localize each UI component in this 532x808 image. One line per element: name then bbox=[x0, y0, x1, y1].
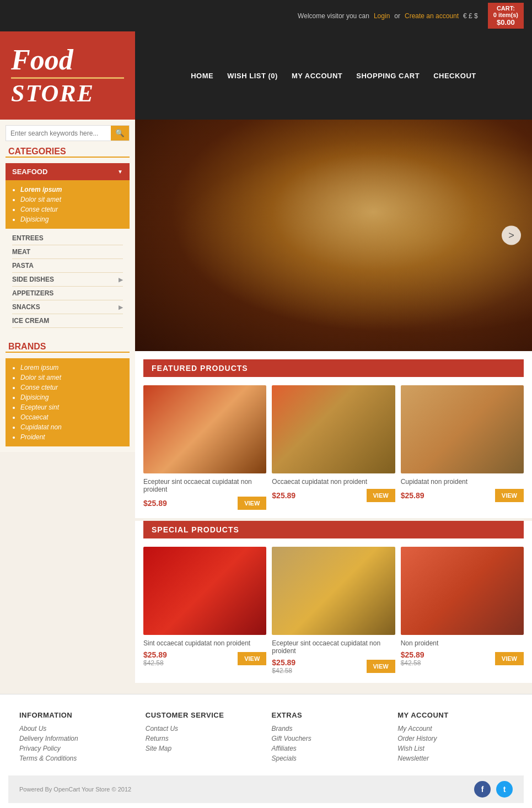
special-product-3-name: Non proident bbox=[401, 639, 524, 647]
brand-occaecat[interactable]: Occaecat bbox=[20, 412, 123, 422]
footer-customer-title: CUSTOMER SERVICE bbox=[146, 711, 261, 719]
twitter-button[interactable]: t bbox=[496, 781, 513, 798]
footer-copyright: Powered By OpenCart Your Store © 2012 bbox=[19, 786, 469, 793]
nav-wishlist[interactable]: WISH LIST (0) bbox=[227, 72, 278, 80]
login-link[interactable]: Login bbox=[374, 12, 390, 20]
brand-dolor[interactable]: Dolor sit amet bbox=[20, 373, 123, 383]
featured-product-1-name: Ecepteur sint occaecat cupidatat non pro… bbox=[143, 478, 266, 493]
cat-pasta-label: PASTA bbox=[12, 262, 34, 270]
brands-list: Lorem ipsum Dolor sit amet Conse ctetur … bbox=[6, 358, 130, 446]
logo-store: STORE bbox=[11, 77, 124, 106]
footer-gift-link[interactable]: Gift Vouchers bbox=[272, 735, 387, 742]
footer-account-title: MY ACCOUNT bbox=[397, 711, 513, 719]
cat-meat[interactable]: MEAT bbox=[12, 245, 123, 259]
brand-cupidatat[interactable]: Cupidatat non bbox=[20, 422, 123, 432]
featured-product-2-price: $25.89 bbox=[272, 491, 295, 500]
sub-item-conse[interactable]: Conse ctetur bbox=[20, 204, 123, 214]
sub-item-dipis[interactable]: Dipisicing bbox=[20, 214, 123, 224]
featured-product-1-view-button[interactable]: VIEW bbox=[238, 497, 266, 510]
footer-contact-link[interactable]: Contact Us bbox=[146, 725, 261, 732]
featured-product-3-name: Cupidatat non proident bbox=[401, 478, 524, 486]
cat-side-dishes-label: SIDE DISHES bbox=[12, 276, 54, 283]
featured-product-2-image bbox=[272, 385, 395, 473]
footer-customer-service: CUSTOMER SERVICE Contact Us Returns Site… bbox=[146, 711, 261, 764]
featured-product-3-view-button[interactable]: VIEW bbox=[495, 489, 524, 502]
special-product-2-price: $25.89 bbox=[272, 658, 295, 667]
special-product-3: Non proident $25.89 $42.58 VIEW bbox=[401, 547, 524, 675]
logo-food: Food bbox=[11, 46, 124, 74]
cat-meat-label: MEAT bbox=[12, 248, 30, 256]
search-input[interactable] bbox=[6, 126, 111, 141]
cat-ice-cream[interactable]: ICE CREAM bbox=[12, 314, 123, 328]
featured-product-1-price: $25.89 bbox=[143, 499, 167, 508]
sidebar: 🔍 CATEGORIES SEAFOOD ▼ Lorem ipsum Dolor… bbox=[0, 120, 135, 452]
brand-conse[interactable]: Conse ctetur bbox=[20, 383, 123, 392]
featured-product-3-price-row: $25.89 VIEW bbox=[401, 489, 524, 502]
featured-product-2-view-button[interactable]: VIEW bbox=[367, 489, 395, 502]
featured-product-1: Ecepteur sint occaecat cupidatat non pro… bbox=[143, 385, 266, 510]
brand-lorem[interactable]: Lorem ipsum bbox=[20, 363, 123, 373]
main-layout: 🔍 CATEGORIES SEAFOOD ▼ Lorem ipsum Dolor… bbox=[0, 120, 532, 683]
special-product-1-price: $25.89 bbox=[143, 650, 167, 659]
footer-privacy-link[interactable]: Privacy Policy bbox=[19, 745, 135, 752]
brands-title: BRANDS bbox=[6, 342, 130, 353]
seafood-arrow-icon: ▼ bbox=[117, 169, 123, 175]
cart-items: 0 item(s) bbox=[493, 12, 518, 18]
seafood-category[interactable]: SEAFOOD ▼ bbox=[6, 163, 130, 180]
footer-affiliates-link[interactable]: Affiliates bbox=[272, 745, 387, 752]
footer-extras: EXTRAS Brands Gift Vouchers Affiliates S… bbox=[272, 711, 387, 764]
footer-brands-link[interactable]: Brands bbox=[272, 725, 387, 732]
cat-appetizers[interactable]: APPETIZERS bbox=[12, 287, 123, 300]
search-button[interactable]: 🔍 bbox=[111, 126, 129, 141]
brands-section: BRANDS Lorem ipsum Dolor sit amet Conse … bbox=[0, 342, 135, 452]
special-product-1-name: Sint occaecat cupidatat non proident bbox=[143, 639, 266, 647]
hero-next-button[interactable]: > bbox=[502, 226, 521, 245]
nav-account[interactable]: MY ACCOUNT bbox=[292, 72, 342, 80]
special-product-1-view-button[interactable]: VIEW bbox=[238, 652, 266, 665]
categories-section: CATEGORIES SEAFOOD ▼ Lorem ipsum Dolor s… bbox=[0, 147, 135, 336]
nav-checkout[interactable]: CHECKOUT bbox=[433, 72, 476, 80]
cat-appetizers-label: APPETIZERS bbox=[12, 289, 53, 297]
header: Food STORE HOME WISH LIST (0) MY ACCOUNT… bbox=[0, 31, 532, 120]
footer-bottom: Powered By OpenCart Your Store © 2012 f … bbox=[8, 775, 524, 803]
footer-newsletter-link[interactable]: Newsletter bbox=[397, 755, 513, 762]
cart-box[interactable]: CART: 0 item(s) $0.00 bbox=[488, 3, 524, 29]
top-bar: Welcome visitor you can Login or Create … bbox=[0, 0, 532, 31]
brand-ecepteur[interactable]: Ecepteur sint bbox=[20, 402, 123, 412]
create-account-link[interactable]: Create an account bbox=[405, 12, 459, 20]
special-product-2-view-button[interactable]: VIEW bbox=[367, 660, 395, 673]
special-product-3-prices: $25.89 $42.58 bbox=[401, 650, 424, 667]
footer-information: INFORMATION About Us Delivery Informatio… bbox=[19, 711, 135, 764]
footer-delivery-link[interactable]: Delivery Information bbox=[19, 735, 135, 742]
brand-dipis[interactable]: Dipisicing bbox=[20, 392, 123, 402]
footer-myaccount-link[interactable]: My Account bbox=[397, 725, 513, 732]
brand-proident[interactable]: Proident bbox=[20, 432, 123, 442]
facebook-button[interactable]: f bbox=[474, 781, 491, 798]
nav-home[interactable]: HOME bbox=[191, 72, 213, 80]
special-product-2-price-row: $25.89 $42.58 VIEW bbox=[272, 658, 395, 675]
footer-specials-link[interactable]: Specials bbox=[272, 755, 387, 762]
special-product-3-view-button[interactable]: VIEW bbox=[495, 652, 524, 665]
sub-item-dolor[interactable]: Dolor sit amet bbox=[20, 195, 123, 204]
search-input-wrap: 🔍 bbox=[6, 125, 130, 141]
footer-orderhistory-link[interactable]: Order History bbox=[397, 735, 513, 742]
footer-returns-link[interactable]: Returns bbox=[146, 735, 261, 742]
cat-snacks[interactable]: SNACKS ▶ bbox=[12, 300, 123, 314]
search-box: 🔍 bbox=[0, 120, 135, 147]
footer-terms-link[interactable]: Terms & Conditions bbox=[19, 755, 135, 762]
special-product-2: Ecepteur sint occaecat cupidatat non pro… bbox=[272, 547, 395, 675]
cat-side-dishes[interactable]: SIDE DISHES ▶ bbox=[12, 273, 123, 287]
logo-area: Food STORE bbox=[0, 31, 135, 120]
nav-cart[interactable]: SHOPPING CART bbox=[356, 72, 420, 80]
featured-products-grid: Ecepteur sint occaecat cupidatat non pro… bbox=[143, 385, 524, 510]
welcome-text: Welcome visitor you can bbox=[298, 12, 369, 20]
featured-product-1-image bbox=[143, 385, 266, 473]
cat-entrees[interactable]: ENTREES bbox=[12, 231, 123, 245]
sub-item-lorem[interactable]: Lorem ipsum bbox=[20, 185, 123, 195]
footer-about-link[interactable]: About Us bbox=[19, 725, 135, 732]
footer-extras-title: EXTRAS bbox=[272, 711, 387, 719]
footer-wishlist-link[interactable]: Wish List bbox=[397, 745, 513, 752]
cat-pasta[interactable]: PASTA bbox=[12, 259, 123, 273]
currency-selector[interactable]: € £ $ bbox=[463, 12, 478, 20]
footer-sitemap-link[interactable]: Site Map bbox=[146, 745, 261, 752]
